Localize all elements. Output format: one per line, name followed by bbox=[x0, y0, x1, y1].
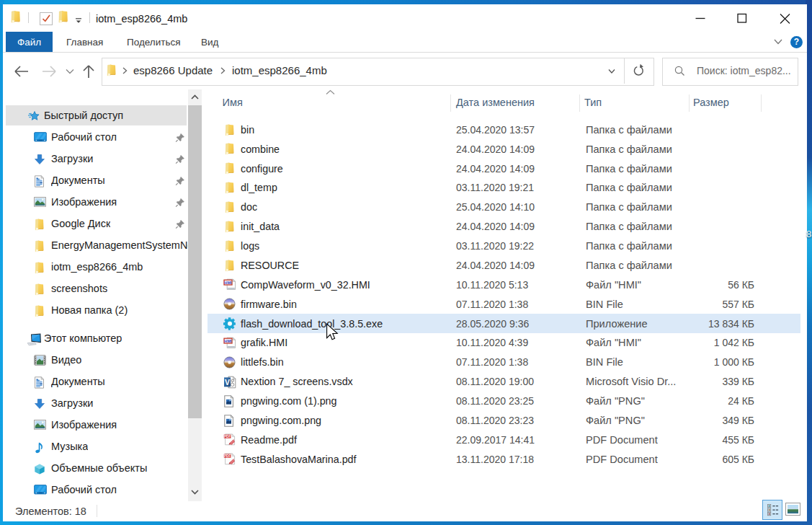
svg-text:V: V bbox=[225, 378, 230, 386]
svg-text:PDF: PDF bbox=[224, 454, 231, 458]
svg-text:HMI: HMI bbox=[224, 281, 232, 285]
svg-text:PDF: PDF bbox=[224, 435, 231, 438]
svg-text:HMI: HMI bbox=[224, 339, 232, 343]
